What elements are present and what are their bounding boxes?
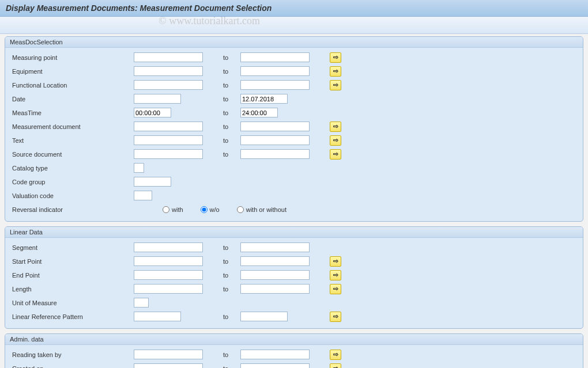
source-document-from[interactable] bbox=[134, 149, 203, 159]
radio-label-with: with bbox=[172, 206, 183, 213]
label-measuring-point: Measuring point bbox=[10, 54, 134, 61]
to-label: to bbox=[223, 258, 240, 265]
multi-select-icon[interactable] bbox=[330, 80, 341, 90]
to-label: to bbox=[223, 96, 240, 103]
linref-from[interactable] bbox=[134, 312, 181, 321]
multi-select-icon[interactable] bbox=[330, 52, 341, 63]
row-created-on: Created on to bbox=[10, 362, 578, 368]
radio-label-wo: w/o bbox=[210, 206, 220, 213]
radio-with-or-without[interactable]: with or without bbox=[237, 206, 287, 213]
row-code-group: Code group bbox=[10, 175, 578, 188]
row-reading-taken-by: Reading taken by to bbox=[10, 348, 578, 361]
valuation-code-input[interactable] bbox=[134, 191, 152, 200]
reading-taken-by-to[interactable] bbox=[240, 350, 310, 359]
row-segment: Segment to bbox=[10, 241, 578, 254]
reading-taken-by-from[interactable] bbox=[134, 350, 203, 359]
linref-to[interactable] bbox=[240, 312, 288, 321]
to-label: to bbox=[223, 123, 240, 130]
label-code-group: Code group bbox=[10, 179, 134, 185]
to-label: to bbox=[223, 351, 240, 358]
meastime-from[interactable] bbox=[134, 108, 171, 117]
segment-to[interactable] bbox=[240, 242, 310, 252]
row-uom: Unit of Measure bbox=[10, 296, 578, 309]
row-equipment: Equipment to bbox=[10, 65, 578, 78]
group-measdoc: MeasDocSelection Measuring point to Equi… bbox=[5, 36, 583, 222]
group-header-linear: Linear Data bbox=[5, 227, 583, 238]
equipment-from[interactable] bbox=[134, 66, 203, 76]
label-reversal-indicator: Reversal indicator bbox=[10, 206, 134, 213]
start-point-to[interactable] bbox=[240, 256, 310, 266]
start-point-from[interactable] bbox=[134, 256, 203, 266]
label-date: Date bbox=[10, 96, 134, 103]
label-length: Length bbox=[10, 286, 134, 293]
functional-location-from[interactable] bbox=[134, 80, 203, 90]
radio-with[interactable]: with bbox=[163, 206, 183, 213]
date-to[interactable] bbox=[240, 94, 288, 104]
row-length: Length to bbox=[10, 282, 578, 295]
code-group-input[interactable] bbox=[134, 177, 171, 187]
row-source-document: Source document to bbox=[10, 147, 578, 161]
length-to[interactable] bbox=[240, 284, 310, 294]
group-header-admin: Admin. data bbox=[5, 334, 583, 345]
measurement-document-to[interactable] bbox=[240, 122, 310, 131]
label-source-document: Source document bbox=[10, 151, 134, 158]
label-end-point: End Point bbox=[10, 272, 134, 279]
row-catalog-type: Catalog type bbox=[10, 161, 578, 174]
to-label: to bbox=[223, 68, 240, 75]
multi-select-icon[interactable] bbox=[330, 350, 341, 360]
date-from[interactable] bbox=[134, 94, 181, 104]
created-on-to[interactable] bbox=[240, 363, 310, 368]
end-point-from[interactable] bbox=[134, 270, 203, 280]
to-label: to bbox=[223, 109, 240, 116]
created-on-from[interactable] bbox=[134, 363, 203, 368]
multi-select-icon[interactable] bbox=[330, 256, 341, 267]
to-label: to bbox=[223, 137, 240, 144]
text-to[interactable] bbox=[240, 135, 310, 145]
to-label: to bbox=[223, 151, 240, 158]
meastime-to[interactable] bbox=[240, 108, 278, 117]
row-meastime: MeasTime to bbox=[10, 106, 578, 119]
to-label: to bbox=[223, 244, 240, 251]
measuring-point-to[interactable] bbox=[240, 52, 310, 62]
text-from[interactable] bbox=[134, 135, 203, 145]
measurement-document-from[interactable] bbox=[134, 122, 203, 131]
label-equipment: Equipment bbox=[10, 68, 134, 75]
group-admin: Admin. data Reading taken by to Created … bbox=[5, 333, 583, 368]
row-measuring-point: Measuring point to bbox=[10, 51, 578, 64]
radio-wo[interactable]: w/o bbox=[201, 206, 220, 213]
row-text: Text to bbox=[10, 134, 578, 147]
end-point-to[interactable] bbox=[240, 270, 310, 280]
row-start-point: Start Point to bbox=[10, 255, 578, 268]
multi-select-icon[interactable] bbox=[330, 66, 341, 77]
radio-label-wow: with or without bbox=[246, 206, 287, 213]
measuring-point-from[interactable] bbox=[134, 52, 203, 62]
row-measurement-document: Measurement document to bbox=[10, 120, 578, 133]
multi-select-icon[interactable] bbox=[330, 122, 341, 132]
equipment-to[interactable] bbox=[240, 66, 310, 76]
row-end-point: End Point to bbox=[10, 268, 578, 282]
catalog-type-input[interactable] bbox=[134, 163, 144, 173]
multi-select-icon[interactable] bbox=[330, 135, 341, 146]
group-header-measdoc: MeasDocSelection bbox=[5, 37, 583, 48]
row-date: Date to bbox=[10, 92, 578, 105]
functional-location-to[interactable] bbox=[240, 80, 310, 90]
length-from[interactable] bbox=[134, 284, 203, 294]
to-label: to bbox=[223, 286, 240, 293]
label-linear-reference-pattern: Linear Reference Pattern bbox=[10, 313, 134, 320]
label-created-on: Created on bbox=[10, 365, 134, 369]
multi-select-icon[interactable] bbox=[330, 363, 341, 369]
label-uom: Unit of Measure bbox=[10, 299, 134, 306]
multi-select-icon[interactable] bbox=[330, 270, 341, 280]
label-reading-taken-by: Reading taken by bbox=[10, 351, 134, 358]
label-functional-location: Functional Location bbox=[10, 82, 134, 89]
label-measurement-document: Measurement document bbox=[10, 123, 134, 130]
uom-input[interactable] bbox=[134, 298, 149, 308]
segment-from[interactable] bbox=[134, 242, 203, 252]
multi-select-icon[interactable] bbox=[330, 284, 341, 294]
multi-select-icon[interactable] bbox=[330, 312, 341, 322]
page-title: Display Measurement Documents: Measureme… bbox=[0, 0, 588, 17]
multi-select-icon[interactable] bbox=[330, 149, 341, 160]
to-label: to bbox=[223, 82, 240, 89]
label-valuation-code: Valuation code bbox=[10, 192, 134, 199]
source-document-to[interactable] bbox=[240, 149, 310, 159]
